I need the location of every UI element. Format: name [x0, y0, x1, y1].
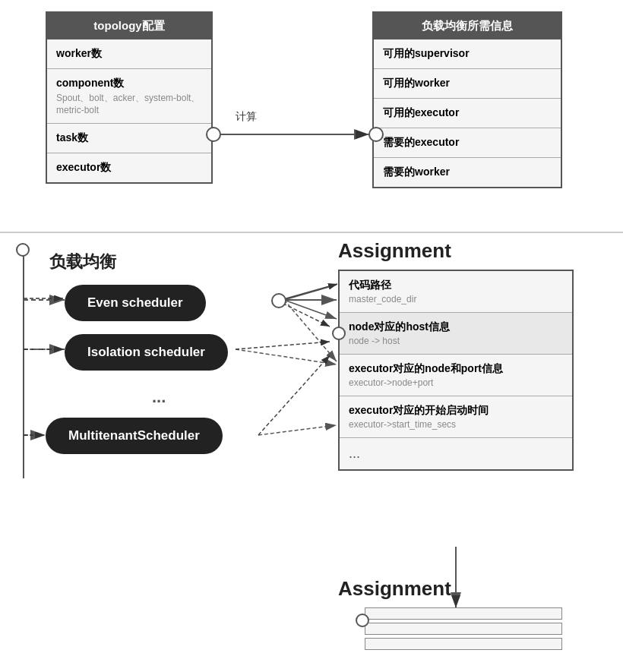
circle-stacked-box	[356, 614, 369, 627]
circle-assignment-nodehost	[332, 327, 346, 340]
lb-info-box: 负载均衡所需信息 可用的supervisor 可用的worker 可用的exec…	[372, 11, 562, 188]
circle-topology-right	[206, 127, 221, 142]
assignment-title-2: Assignment	[338, 577, 451, 601]
topology-row-task: task数	[47, 124, 211, 153]
assignment-row-nodehost: node对应的host信息 node -> host	[340, 313, 572, 355]
lb-info-row-worker: 可用的worker	[374, 69, 561, 99]
topology-row-worker: worker数	[47, 39, 211, 69]
svg-line-9	[284, 300, 337, 361]
even-scheduler-pill: Even scheduler	[65, 285, 206, 321]
assignment-box: 代码路径 master_code_dir node对应的host信息 node …	[338, 270, 574, 471]
svg-line-18	[258, 355, 330, 435]
assignment-row-executor-node: executor对应的node和port信息 executor->node+po…	[340, 355, 572, 396]
circle-left-bar-top	[16, 243, 30, 257]
scheduler-dots: ...	[152, 387, 166, 407]
svg-line-8	[284, 285, 337, 300]
stacked-line-2	[365, 623, 562, 635]
svg-line-17	[236, 342, 330, 349]
svg-line-7	[284, 300, 337, 319]
calc-label: 计算	[236, 110, 257, 124]
multitenant-scheduler-pill: MultitenantScheduler	[46, 418, 223, 454]
lb-info-row-supervisor: 可用的supervisor	[374, 39, 561, 69]
lb-info-box-header: 负载均衡所需信息	[374, 13, 561, 39]
svg-line-12	[258, 425, 337, 435]
svg-line-19	[278, 284, 337, 301]
topology-row-component: component数 Spout、bolt、acker、system-bolt、…	[47, 69, 211, 124]
assignment-row-more-dots: ...	[340, 438, 572, 469]
lb-info-row-executor-need: 需要的executor	[374, 128, 561, 158]
diagram-container: topology配置 worker数 component数 Spout、bolt…	[0, 0, 623, 672]
circle-even-right	[271, 293, 286, 308]
assignment-row-executor-time: executor对应的开始启动时间 executor->start_time_s…	[340, 396, 572, 438]
stacked-line-1	[365, 607, 562, 620]
svg-line-10	[236, 349, 337, 364]
topology-row-executor: executor数	[47, 153, 211, 182]
topology-box-header: topology配置	[47, 13, 211, 39]
circle-lb-info-left	[368, 127, 384, 142]
lb-section-title: 负载均衡	[49, 251, 116, 273]
assignment-row-codepath: 代码路径 master_code_dir	[340, 271, 572, 313]
isolation-scheduler-pill: Isolation scheduler	[65, 334, 228, 371]
stacked-assignment-box	[365, 607, 562, 653]
lb-info-row-worker-need: 需要的worker	[374, 158, 561, 187]
section-divider	[0, 232, 623, 233]
topology-box: topology配置 worker数 component数 Spout、bolt…	[46, 11, 213, 184]
assignment-title: Assignment	[338, 239, 451, 263]
stacked-line-3	[365, 638, 562, 650]
lb-info-row-executor-avail: 可用的executor	[374, 99, 561, 128]
